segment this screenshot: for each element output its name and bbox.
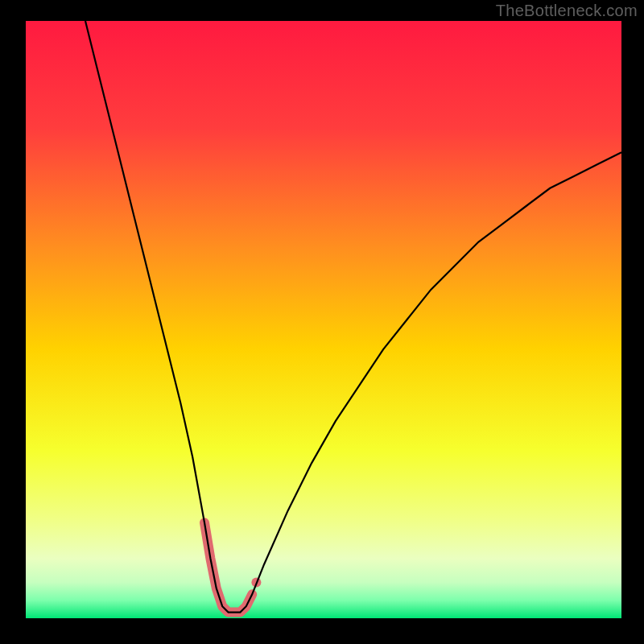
chart-frame: TheBottleneck.com [0, 0, 644, 644]
watermark-text: TheBottleneck.com [496, 2, 638, 20]
chart-svg [0, 0, 644, 644]
plot-area [26, 21, 621, 618]
